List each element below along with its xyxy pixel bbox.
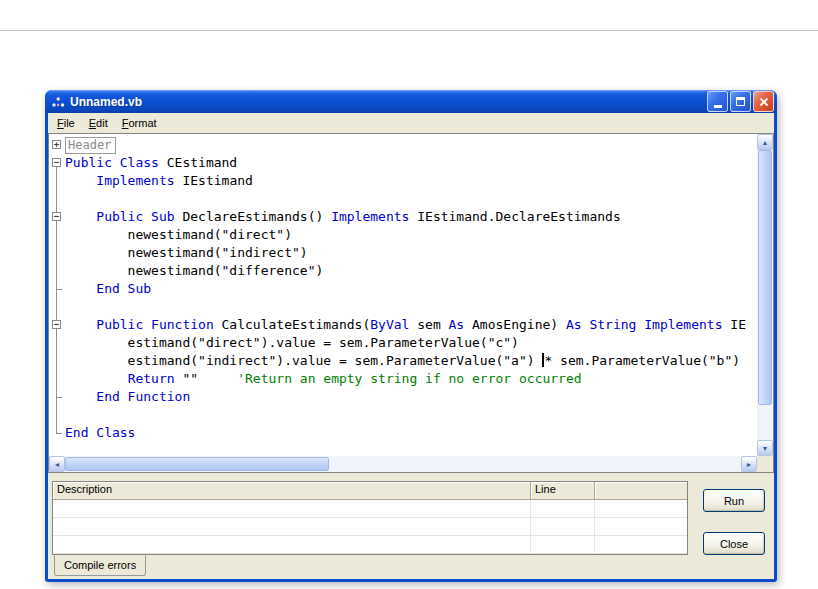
code-text: newestimand("difference") <box>65 262 757 280</box>
vertical-scroll-track[interactable] <box>757 150 773 440</box>
fold-line <box>56 298 57 316</box>
fold-toggle[interactable]: − <box>52 212 61 221</box>
tab-compile-errors[interactable]: Compile errors <box>54 555 146 576</box>
error-row <box>53 536 687 554</box>
fold-gutter <box>49 406 65 424</box>
code-text: newestimand("indirect") <box>65 244 757 262</box>
fold-tick <box>56 397 62 398</box>
title-bar[interactable]: Unnamed.vb <box>45 90 777 113</box>
code-line: estimand("direct").value = sem.Parameter… <box>49 334 757 352</box>
vertical-scrollbar[interactable]: ▲ ▼ <box>757 134 773 456</box>
code-line: newestimand("direct") <box>49 226 757 244</box>
code-view[interactable]: +Header−Public Class CEstimand Implement… <box>49 134 757 456</box>
close-dialog-button[interactable]: Close <box>703 532 765 555</box>
error-list-header: DescriptionLine <box>53 482 687 500</box>
fold-gutter <box>49 244 65 262</box>
fold-line <box>56 406 57 424</box>
column-header-description[interactable]: Description <box>53 482 531 499</box>
code-line <box>49 190 757 208</box>
code-text: Public Sub DeclareEstimands() Implements… <box>65 208 757 226</box>
program-editor-window: Unnamed.vb FileEditFormat +Header−Public… <box>45 90 777 582</box>
code-line: End Function <box>49 388 757 406</box>
fold-line <box>56 226 57 244</box>
code-text: estimand("direct").value = sem.Parameter… <box>65 334 757 352</box>
code-line <box>49 298 757 316</box>
fold-gutter <box>49 334 65 352</box>
code-line: newestimand("difference") <box>49 262 757 280</box>
code-line: − Public Sub DeclareEstimands() Implemen… <box>49 208 757 226</box>
code-text <box>65 190 757 208</box>
menu-file[interactable]: File <box>50 114 82 132</box>
fold-gutter <box>49 424 65 442</box>
menu-edit[interactable]: Edit <box>82 114 115 132</box>
fold-gutter <box>49 388 65 406</box>
fold-line <box>56 172 57 190</box>
code-line: Implements IEstimand <box>49 172 757 190</box>
code-line: +Header <box>49 136 757 154</box>
code-line <box>49 406 757 424</box>
fold-line <box>56 352 57 370</box>
fold-gutter <box>49 298 65 316</box>
fold-gutter <box>49 262 65 280</box>
maximize-button[interactable] <box>730 91 751 112</box>
app-icon <box>50 94 66 110</box>
code-line: End Class <box>49 424 757 442</box>
vertical-scroll-thumb[interactable] <box>758 150 772 405</box>
code-text <box>65 406 757 424</box>
fold-gutter <box>49 190 65 208</box>
code-text: Header <box>65 136 757 154</box>
error-row <box>53 500 687 518</box>
fold-gutter: + <box>49 136 65 154</box>
code-text <box>65 298 757 316</box>
maximize-icon <box>736 97 745 106</box>
code-line: −Public Class CEstimand <box>49 154 757 172</box>
fold-gutter <box>49 370 65 388</box>
code-text: Implements IEstimand <box>65 172 757 190</box>
window-body: FileEditFormat +Header−Public Class CEst… <box>48 113 774 579</box>
fold-line <box>56 244 57 262</box>
fold-line <box>56 424 57 433</box>
code-text: Public Function CalculateEstimands(ByVal… <box>65 316 757 334</box>
horizontal-scrollbar[interactable]: ◄ ► <box>49 456 757 472</box>
error-list: DescriptionLine <box>52 481 688 555</box>
code-text: End Function <box>65 388 757 406</box>
column-header-blank[interactable] <box>595 482 687 499</box>
fold-gutter: − <box>49 154 65 172</box>
code-text: Return "" 'Return an empty string if no … <box>65 370 757 388</box>
scroll-left-icon[interactable]: ◄ <box>49 456 65 472</box>
fold-gutter <box>49 352 65 370</box>
code-line: newestimand("indirect") <box>49 244 757 262</box>
fold-tick <box>56 433 62 434</box>
code-text: End Sub <box>65 280 757 298</box>
fold-toggle[interactable]: − <box>52 320 61 329</box>
column-header-line[interactable]: Line <box>531 482 595 499</box>
fold-toggle[interactable]: + <box>52 140 61 149</box>
separator-line <box>0 30 818 31</box>
fold-gutter <box>49 172 65 190</box>
menu-format[interactable]: Format <box>115 114 164 132</box>
minimize-button[interactable] <box>707 91 728 112</box>
window-title: Unnamed.vb <box>70 95 707 109</box>
code-text: estimand("indirect").value = sem.Paramet… <box>65 352 757 370</box>
error-row <box>53 518 687 536</box>
code-text: newestimand("direct") <box>65 226 757 244</box>
scroll-down-icon[interactable]: ▼ <box>757 440 773 456</box>
code-text: End Class <box>65 424 757 442</box>
code-line: estimand("indirect").value = sem.Paramet… <box>49 352 757 370</box>
run-button[interactable]: Run <box>703 489 765 512</box>
scroll-up-icon[interactable]: ▲ <box>757 134 773 150</box>
fold-gutter: − <box>49 208 65 226</box>
fold-toggle[interactable]: − <box>52 158 61 167</box>
code-line: End Sub <box>49 280 757 298</box>
scrollbar-corner <box>757 456 773 472</box>
fold-gutter <box>49 226 65 244</box>
close-icon <box>759 97 769 107</box>
minimize-icon <box>714 105 722 108</box>
fold-line <box>56 334 57 352</box>
scroll-right-icon[interactable]: ► <box>741 456 757 472</box>
horizontal-scroll-track[interactable] <box>65 456 741 472</box>
close-button[interactable] <box>753 91 774 112</box>
code-editor[interactable]: +Header−Public Class CEstimand Implement… <box>48 133 774 473</box>
fold-line <box>56 190 57 208</box>
horizontal-scroll-thumb[interactable] <box>65 457 329 471</box>
